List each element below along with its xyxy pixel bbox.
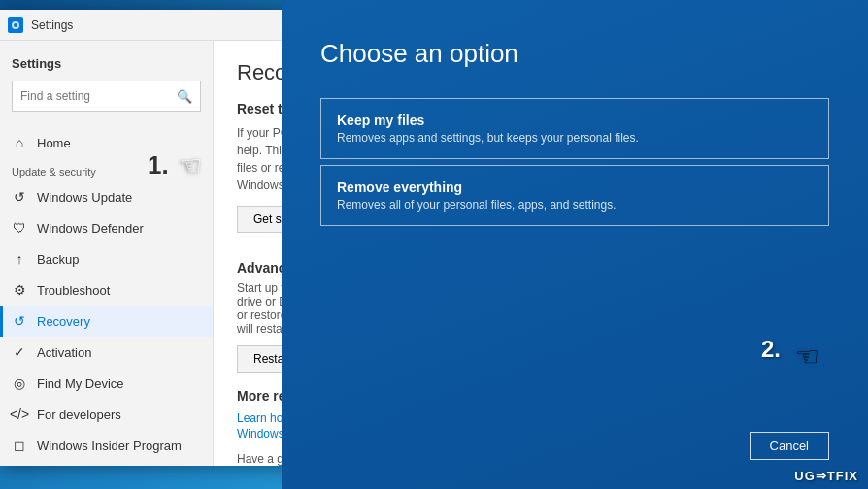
search-icon: 🔍 [177,89,192,104]
sidebar-item-home-label: Home [37,136,71,150]
troubleshoot-icon: ⚙ [12,282,27,298]
sidebar-item-windows-defender-label: Windows Defender [37,221,144,236]
sidebar-item-windows-defender[interactable]: 🛡 Windows Defender [0,212,213,244]
search-box[interactable]: 🔍 [12,81,201,112]
hand-cursor-2: ☞ [795,341,819,373]
sidebar-item-activation-label: Activation [37,345,91,360]
sidebar-item-find-my-device[interactable]: ◎ Find My Device [0,368,213,399]
sidebar-item-find-my-device-label: Find My Device [37,376,124,391]
sidebar-item-activation[interactable]: ✓ Activation [0,337,213,368]
choose-option-dialog: Choose an option Keep my files Removes a… [282,0,868,489]
activation-icon: ✓ [12,344,27,360]
sidebar-item-for-developers[interactable]: </> For developers [0,399,213,430]
recovery-icon: ↺ [12,313,27,329]
sidebar-item-windows-update[interactable]: ↺ Windows Update [0,181,213,212]
dialog-title: Choose an option [320,39,829,69]
sidebar-item-windows-insider-label: Windows Insider Program [37,439,182,453]
sidebar-section-label: Update & security [0,158,213,181]
sidebar-item-windows-insider[interactable]: ◻ Windows Insider Program [0,430,213,461]
keep-files-desc: Removes apps and settings, but keeps you… [337,131,813,145]
windows-update-icon: ↺ [12,189,27,205]
sidebar-item-recovery-label: Recovery [37,314,90,329]
sidebar-header: Settings 🔍 [0,41,213,127]
sidebar-item-windows-update-label: Windows Update [37,190,132,205]
windows-defender-icon: 🛡 [12,220,27,236]
search-input[interactable] [20,89,177,103]
sidebar-item-home[interactable]: ⌂ Home [0,127,213,158]
sidebar-item-backup-label: Backup [37,252,79,267]
sidebar: Settings 🔍 ⌂ Home Update & security ↺ Wi… [0,41,214,466]
app-name: Settings [12,56,201,71]
developers-icon: </> [12,407,27,422]
keep-files-title: Keep my files [337,113,813,128]
remove-everything-desc: Removes all of your personal files, apps… [337,198,813,212]
sidebar-item-backup[interactable]: ↑ Backup [0,244,213,275]
remove-everything-option[interactable]: Remove everything Removes all of your pe… [320,165,829,226]
svg-point-1 [14,23,17,27]
home-icon: ⌂ [12,135,27,150]
sidebar-scroll-area: ↺ Windows Update 🛡 Windows Defender ↑ Ba… [0,181,213,461]
sidebar-item-troubleshoot-label: Troubleshoot [37,283,110,298]
keep-files-option[interactable]: Keep my files Removes apps and settings,… [320,98,829,159]
watermark: UG⇒TFIX [794,469,858,483]
sidebar-item-recovery[interactable]: ↺ Recovery [0,306,213,337]
settings-app-icon [8,17,23,33]
dialog-footer: Cancel [320,432,829,460]
remove-everything-title: Remove everything [337,179,813,195]
step2-annotation: 2. [761,336,781,363]
sidebar-item-for-developers-label: For developers [37,408,121,422]
backup-icon: ↑ [12,251,27,267]
find-device-icon: ◎ [12,375,27,391]
sidebar-item-troubleshoot[interactable]: ⚙ Troubleshoot [0,275,213,306]
insider-icon: ◻ [12,438,27,453]
cancel-button[interactable]: Cancel [750,432,829,460]
